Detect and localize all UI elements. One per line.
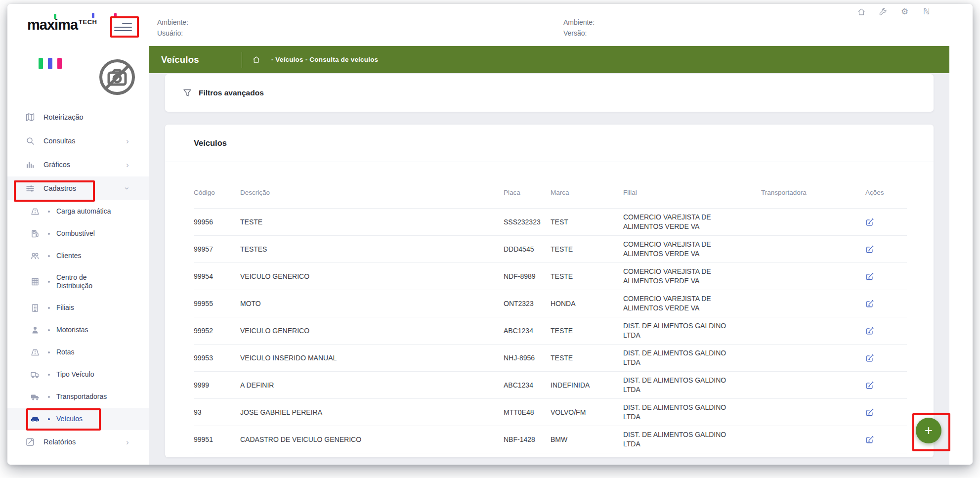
cell-placa: NHJ-8956 [504,351,551,365]
bullet-dot [48,211,50,213]
edit-row-button[interactable] [862,353,874,362]
chart-icon [25,160,35,170]
sidebar-item-relatorios[interactable]: Relatórios › [7,430,149,454]
edit-icon [865,381,874,390]
exit-icon[interactable]: ℕ [922,7,931,16]
cell-descricao: JOSE GABRIEL PEREIRA [240,405,504,419]
edit-row-button[interactable] [862,326,874,335]
environment-version-labels: Ambiente: Versão: [563,17,595,39]
table-row: 99956 TESTE SSS232323 TEST COMERCIO VARE… [194,208,907,235]
edit-row-button[interactable] [862,408,874,417]
breadcrumb-home-icon[interactable] [252,55,260,64]
cell-descricao: A DEFINIR [240,378,504,392]
sidebar-subitem-centro-distribuicao[interactable]: Centro de Distribuição [7,267,149,297]
bar-pink [57,58,62,69]
cell-filial: COMERCIO VAREJISTA DE ALIMENTOS VERDE VA [623,264,746,289]
table-header-row: Código Descrição Placa Marca Filial Tran… [194,162,907,208]
brand-color-bars [39,58,62,69]
cell-transportadora [761,328,862,334]
app-window: maximaTECH Ambiente: Usuário: Ambiente: … [7,4,973,465]
edit-row-button[interactable] [862,245,874,254]
advanced-filters-label: Filtros avançados [199,88,264,97]
search-icon [25,136,35,146]
cell-marca: BMW [551,433,623,446]
cell-filial: DIST. DE ALIMENTOS GALDINO LTDA [623,346,746,370]
cell-transportadora [761,436,862,442]
edit-row-button[interactable] [862,381,874,390]
sidebar-item-roteirizacao[interactable]: Roteirização [7,105,149,129]
wrench-icon[interactable] [878,7,888,16]
edit-icon [865,353,874,362]
sidebar-item-graficos[interactable]: Gráficos › [7,153,149,176]
cell-codigo: 93 [194,405,240,419]
cell-placa: ABC1234 [504,378,551,392]
cell-placa: MTT0E48 [504,405,551,419]
top-right-icons: ⚙ ℕ [856,7,931,16]
sidebar-subitem-transportadoras[interactable]: Transportadoras [7,386,149,408]
edit-icon [865,408,874,417]
sidebar: Roteirização Consultas › Gráficos › [7,46,149,465]
cell-codigo: 99954 [194,269,240,283]
map-icon [25,112,35,123]
ambiente-label: Ambiente: [157,18,188,26]
edit-icon [865,245,874,254]
sidebar-subitem-motoristas[interactable]: Motoristas [7,319,149,341]
sidebar-subitem-tipo-veiculo[interactable]: Tipo Veículo [7,363,149,386]
edit-row-button[interactable] [862,435,874,444]
gear-icon[interactable]: ⚙ [900,7,909,16]
hamburger-menu-icon[interactable] [114,20,135,34]
cell-placa: NBF-1428 [504,433,551,446]
sidebar-subitem-rotas[interactable]: Rotas [7,341,149,363]
column-header-filial: Filial [623,189,761,196]
chevron-down-icon: › [123,187,131,190]
vehicles-table-card: Veículos Código Descrição Placa Marca Fi… [165,125,934,457]
bullet-dot [48,233,50,235]
add-vehicle-button[interactable]: + [916,418,941,443]
chevron-right-icon: › [126,161,129,169]
cell-descricao: TESTES [240,242,504,256]
filter-funnel-icon [182,88,192,98]
sidebar-subitem-veiculos[interactable]: Veículos [7,408,149,430]
edit-row-button[interactable] [862,217,874,226]
driver-icon [30,325,41,336]
sidebar-subitem-filiais[interactable]: Filiais [7,297,149,319]
table-row: 99951 CADASTRO DE VEICULO GENERICO NBF-1… [194,426,907,453]
cell-codigo: 9999 [194,378,240,392]
main-content: Veículos - Veículos - Consulta de veícul… [149,46,949,465]
usuario-label: Usuário: [157,29,183,37]
sidebar-subitem-clientes[interactable]: Clientes [7,245,149,267]
cell-marca: TESTE [551,269,623,283]
column-header-descricao: Descrição [240,189,504,196]
cell-codigo: 99955 [194,297,240,310]
bullet-dot [48,351,50,353]
home-icon[interactable] [856,7,866,16]
table-row-partial: IND.O VERTIG [194,453,907,457]
sidebar-item-cadastros[interactable]: Cadastros › [7,176,149,200]
edit-icon [865,299,874,308]
cell-transportadora [761,273,862,279]
bar-blue [48,58,52,69]
table-body: 99956 TESTE SSS232323 TEST COMERCIO VARE… [194,208,907,453]
header-divider [242,52,242,68]
sidebar-item-consultas[interactable]: Consultas › [7,129,149,153]
column-header-transportadora: Transportadora [761,189,862,196]
cell-placa: ABC1234 [504,324,551,338]
cell-placa: DDD4545 [504,242,551,256]
advanced-filters-panel[interactable]: Filtros avançados [165,74,934,112]
bullet-dot [48,281,50,283]
bullet-dot [48,396,50,398]
edit-icon [865,272,874,281]
edit-icon [865,217,874,226]
bullet-dot [48,307,50,309]
logo-text: maxima [27,17,78,33]
sidebar-subitem-carga-automatica[interactable]: Carga automática [7,200,149,222]
table-row: 99952 VEICULO GENERICO ABC1234 TESTE DIS… [194,317,907,344]
edit-row-button[interactable] [862,272,874,281]
broken-image-icon [98,58,136,98]
environment-user-labels: Ambiente: Usuário: [157,17,188,39]
table-row: 99957 TESTES DDD4545 TESTE COMERCIO VARE… [194,235,907,262]
cell-descricao: CADASTRO DE VEICULO GENERICO [240,433,504,446]
sidebar-subitem-combustivel[interactable]: Combustível [7,222,149,245]
cell-transportadora [761,355,862,361]
edit-row-button[interactable] [862,299,874,308]
